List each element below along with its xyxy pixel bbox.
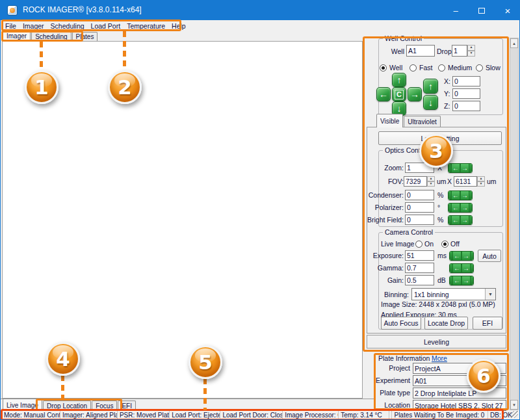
bright-field-input[interactable] [405,215,434,225]
scroll-down-button[interactable]: ▼ [510,400,518,410]
menu-file[interactable]: File [2,22,20,30]
left-arrow-icon: ← [454,252,460,259]
status-plates-waiting: Plates Waiting To Be Imaged: 0 [391,410,488,420]
well-input[interactable] [406,45,435,57]
polarizer-increase-button[interactable]: → [460,203,469,212]
leveling-expander[interactable]: Leveling [367,335,506,348]
polarizer-step-buttons: ← → [448,203,473,213]
efi-button[interactable]: EFI [473,317,502,330]
drop-input[interactable] [452,45,467,57]
bright-field-step-buttons: ← → [448,215,473,225]
speed-label-well: Well [389,64,402,72]
tab-ultraviolet[interactable]: Ultraviolet [404,116,440,127]
scroll-up-button[interactable]: ▲ [510,38,518,48]
tab-visible[interactable]: Visible [376,114,403,127]
bright-field-label: Bright Field: [362,216,404,224]
title-bar: ROCK IMAGER® [v3.8.0.114-x64] [1,1,519,20]
spin-down-icon[interactable]: ▼ [477,181,485,187]
up-arrow-icon: ↑ [397,75,402,85]
spin-down-icon[interactable]: ▼ [427,181,435,187]
callout-6: 6 [467,359,500,393]
tab-plates[interactable]: Plates [72,32,98,41]
menu-scheduling[interactable]: Scheduling [47,22,88,30]
main-tab-strip: Imager Scheduling Plates [3,31,98,41]
gain-step-buttons: ← → [449,276,474,285]
gamma-increase-button[interactable]: → [462,264,471,272]
auto-focus-button[interactable]: Auto Focus [381,317,421,330]
tab-imager[interactable]: Imager [3,31,31,41]
polarizer-decrease-button[interactable]: ← [451,203,460,212]
tab-live-image[interactable]: Live Image [3,399,42,411]
bright-field-increase-button[interactable]: → [460,216,469,224]
gain-decrease-button[interactable]: ← [452,276,462,285]
tab-drop-location[interactable]: Drop Location [43,400,91,411]
z-down-button[interactable]: ↓ [423,95,438,110]
resize-grip[interactable] [511,411,518,418]
gain-increase-button[interactable]: → [462,276,471,285]
move-left-button[interactable]: ← [376,87,391,101]
zoom-increase-button[interactable]: → [460,164,469,172]
z-label: Z: [444,102,450,110]
move-right-button[interactable]: → [408,87,422,101]
speed-radio-medium[interactable] [438,64,445,72]
exposure-input[interactable] [405,250,434,261]
location-field[interactable] [413,400,506,411]
x-input[interactable] [452,76,480,86]
menu-help[interactable]: Help [168,22,189,30]
condenser-input[interactable] [405,190,434,200]
spin-up-icon[interactable]: ▲ [427,176,435,181]
y-input[interactable] [452,88,480,99]
move-center-button[interactable]: C [392,87,406,101]
status-load-port: Load Port: Ejected [170,410,220,420]
live-off-radio[interactable] [441,241,448,248]
fov-height-input[interactable] [454,176,477,187]
maximize-button[interactable] [469,1,495,20]
spin-down-icon[interactable]: ▼ [467,51,475,57]
more-link[interactable]: More [432,354,447,362]
exposure-step-buttons: ← → [449,251,474,261]
location-label: Location [365,401,410,409]
bright-field-decrease-button[interactable]: ← [451,216,460,224]
speed-radio-slow[interactable] [476,64,483,72]
tab-efi[interactable]: EFI [118,400,136,411]
locate-drop-button[interactable]: Locate Drop [424,317,468,330]
zoom-decrease-button[interactable]: ← [451,164,460,172]
binning-dropdown[interactable]: 1x1 binning ▼ [411,288,496,300]
live-on-radio[interactable] [415,241,422,248]
minimize-button[interactable]: – [443,1,469,20]
image-size-text: Image Size: 2448 x 2048 pxl (5.0 MP) [381,300,495,308]
right-panel-scrollbar[interactable]: ▲ ▼ [510,38,519,410]
menu-imager[interactable]: Imager [20,22,47,30]
auto-exposure-button[interactable]: Auto [478,250,501,262]
exposure-increase-button[interactable]: → [462,252,471,260]
menu-load-port[interactable]: Load Port [88,22,124,30]
tab-scheduling[interactable]: Scheduling [31,32,71,41]
tab-focus[interactable]: Focus [92,400,117,411]
status-image-processor: Image Processor: On [283,410,339,420]
project-label: Project [365,364,410,372]
speed-radio-fast[interactable] [410,64,417,72]
close-button[interactable]: × [495,1,520,20]
gamma-decrease-button[interactable]: ← [452,264,462,272]
plate-information-title: Plate Information [378,354,430,362]
binning-label: Binning: [363,291,409,298]
condenser-decrease-button[interactable]: ← [451,191,460,200]
exposure-decrease-button[interactable]: ← [452,252,462,260]
fov-width-input[interactable] [404,176,427,187]
spin-up-icon[interactable]: ▲ [467,45,475,51]
z-input[interactable] [452,101,480,111]
minimize-icon: – [453,6,458,16]
fov-unit1: um [437,177,447,185]
camera-control-title: Camera Control [383,228,435,236]
move-up-button[interactable]: ↑ [392,73,406,87]
rock-imager-window: ROCK IMAGER® [v3.8.0.114-x64] – × File I… [0,0,520,420]
gamma-input[interactable] [405,263,434,273]
speed-radio-well[interactable] [380,64,387,72]
spin-up-icon[interactable]: ▲ [477,176,485,181]
menu-temperature[interactable]: Temperature [124,22,168,30]
gain-input[interactable] [405,275,434,285]
polarizer-input[interactable] [405,202,434,213]
condenser-increase-button[interactable]: → [460,191,469,200]
gamma-step-buttons: ← → [449,263,474,273]
z-up-button[interactable]: ↑ [423,79,438,94]
